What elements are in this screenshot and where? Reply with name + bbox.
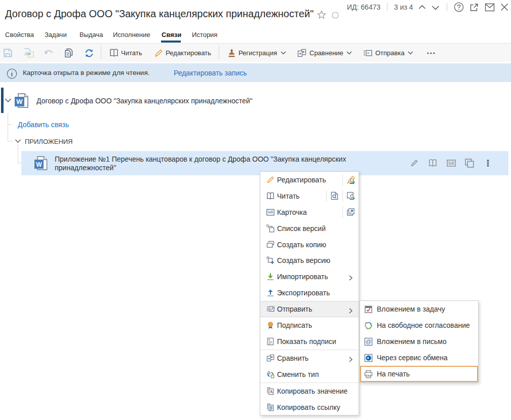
svg-text:A: A bbox=[269, 389, 273, 394]
svg-text:@: @ bbox=[366, 338, 372, 345]
svg-text:W: W bbox=[16, 98, 23, 105]
svg-text:W: W bbox=[36, 161, 42, 168]
